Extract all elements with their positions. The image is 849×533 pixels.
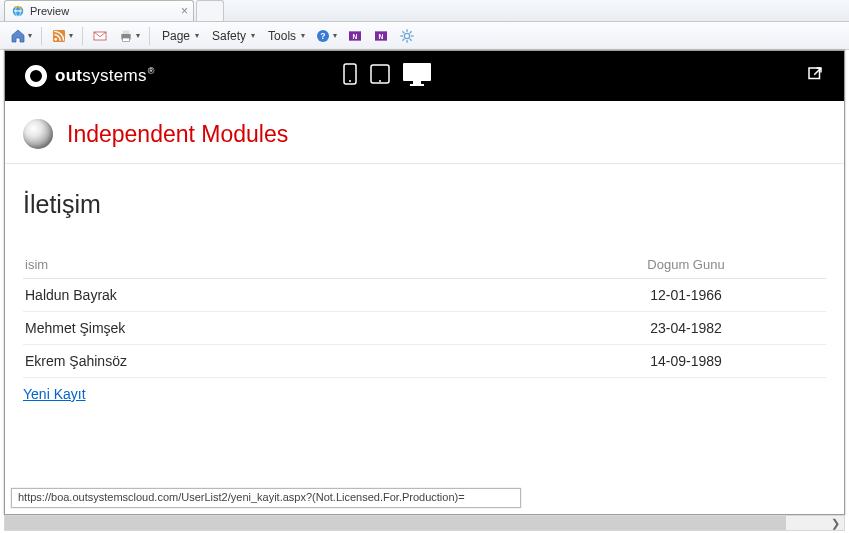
svg-text:N: N (353, 32, 358, 39)
column-header-name: isim (23, 251, 546, 279)
separator (149, 27, 150, 45)
contacts-table: isim Dogum Gunu Haldun Bayrak 12-01-1966… (23, 251, 826, 378)
safety-menu[interactable]: Safety▾ (205, 25, 259, 47)
table-row[interactable]: Ekrem Şahinsöz 14-09-1989 (23, 345, 826, 378)
separator (82, 27, 83, 45)
tablet-icon[interactable] (369, 62, 391, 90)
svg-rect-28 (413, 81, 421, 84)
table-row[interactable]: Haldun Bayrak 12-01-1966 (23, 279, 826, 312)
module-title: Independent Modules (67, 121, 288, 148)
browser-tab[interactable]: Preview × (4, 0, 194, 21)
main-content: İletişim isim Dogum Gunu Haldun Bayrak 1… (5, 164, 844, 421)
tab-title: Preview (30, 5, 69, 17)
svg-point-26 (379, 80, 381, 82)
svg-rect-7 (123, 38, 130, 41)
logo-ring-icon (25, 65, 47, 87)
phone-icon[interactable] (341, 62, 359, 90)
chevron-down-icon: ▾ (69, 31, 73, 40)
module-icon (23, 119, 53, 149)
print-button[interactable]: ▾ (114, 25, 144, 47)
close-icon[interactable]: × (181, 4, 188, 18)
svg-rect-29 (410, 84, 424, 86)
chevron-down-icon: ▾ (28, 31, 32, 40)
gear-icon[interactable] (395, 25, 419, 47)
cell-dob: 12-01-1966 (546, 279, 826, 312)
open-external-icon[interactable] (806, 65, 824, 87)
column-header-dob: Dogum Gunu (546, 251, 826, 279)
svg-line-19 (402, 31, 404, 33)
feeds-button[interactable]: ▾ (47, 25, 77, 47)
help-button[interactable]: ? ▾ (311, 25, 341, 47)
chevron-down-icon: ▾ (136, 31, 140, 40)
separator (41, 27, 42, 45)
cell-name: Mehmet Şimşek (23, 312, 546, 345)
cell-name: Ekrem Şahinsöz (23, 345, 546, 378)
svg-text:N: N (379, 32, 384, 39)
new-tab-button[interactable] (196, 0, 224, 21)
svg-point-14 (404, 33, 409, 38)
browser-tabbar: Preview × (0, 0, 849, 22)
onenote-send-button[interactable]: N (369, 25, 393, 47)
svg-rect-30 (809, 68, 820, 79)
device-switcher (341, 61, 433, 91)
svg-text:?: ? (320, 31, 325, 41)
onenote-linked-button[interactable]: N (343, 25, 367, 47)
tools-menu[interactable]: Tools▾ (261, 25, 309, 47)
new-record-link[interactable]: Yeni Kayıt (23, 386, 86, 402)
chevron-down-icon: ▾ (333, 31, 337, 40)
mail-button[interactable] (88, 25, 112, 47)
svg-rect-27 (403, 63, 431, 81)
status-url: https://boa.outsystemscloud.com/UserList… (11, 488, 521, 508)
cell-dob: 14-09-1989 (546, 345, 826, 378)
home-button[interactable]: ▾ (6, 25, 36, 47)
svg-rect-6 (123, 30, 130, 33)
svg-point-24 (349, 80, 351, 82)
browser-toolbar: ▾ ▾ ▾ Page▾ Safety▾ Tools▾ ? ▾ N N (0, 22, 849, 50)
cell-name: Haldun Bayrak (23, 279, 546, 312)
page-menu[interactable]: Page▾ (155, 25, 203, 47)
desktop-icon[interactable] (401, 61, 433, 91)
table-row[interactable]: Mehmet Şimşek 23-04-1982 (23, 312, 826, 345)
cell-dob: 23-04-1982 (546, 312, 826, 345)
svg-line-20 (410, 38, 412, 40)
svg-line-22 (410, 31, 412, 33)
preview-frame: outsystems® Independent Modules İletişim… (4, 50, 845, 515)
module-header: Independent Modules (5, 101, 844, 163)
scrollbar-thumb[interactable] (5, 516, 786, 530)
horizontal-scrollbar[interactable]: ❯ (4, 515, 845, 531)
svg-line-21 (402, 38, 404, 40)
outsystems-logo: outsystems® (25, 65, 155, 87)
app-header: outsystems® (5, 51, 844, 101)
ie-icon (11, 4, 25, 18)
page-title: İletişim (23, 190, 826, 219)
svg-point-3 (54, 38, 57, 41)
scroll-right-icon[interactable]: ❯ (826, 517, 844, 530)
